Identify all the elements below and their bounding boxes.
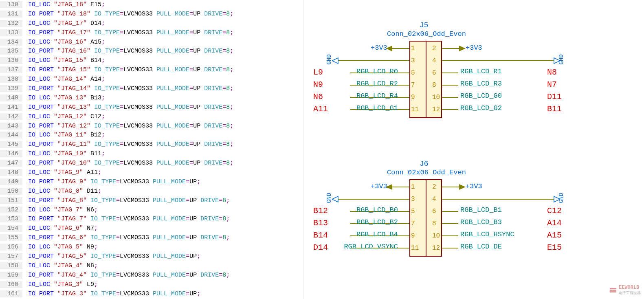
code-line: 143IO_PORT "JTAG_12" IO_TYPE=LVCMOS33 PU… bbox=[0, 121, 303, 131]
pad-label: D11 bbox=[547, 92, 562, 101]
code-line: 158IO_LOC "JTAG_4" N8; bbox=[0, 261, 303, 270]
pin-number: 9 bbox=[411, 94, 415, 101]
line-number: 137 bbox=[0, 66, 22, 73]
pad-label: A14 bbox=[547, 218, 562, 228]
code-line: 142IO_LOC "JTAG_12" C12; bbox=[0, 112, 303, 121]
pin-number: 9 bbox=[411, 232, 415, 240]
code-line: 148IO_LOC "JTAG_9" A11; bbox=[0, 168, 303, 177]
line-content: IO_PORT "JTAG_4" IO_TYPE=LVCMOS33 PULL_M… bbox=[22, 272, 230, 279]
svg-marker-3 bbox=[554, 196, 560, 202]
line-content: IO_LOC "JTAG_9" A11; bbox=[22, 169, 101, 176]
code-line: 151IO_PORT "JTAG_8" IO_TYPE=LVCMOS33 PUL… bbox=[0, 196, 303, 205]
svg-marker-0 bbox=[332, 58, 338, 64]
line-number: 155 bbox=[0, 234, 22, 241]
line-number: 150 bbox=[0, 188, 22, 195]
code-line: 131IO_PORT "JTAG_18" IO_TYPE=LVCMOS33 PU… bbox=[0, 9, 303, 19]
line-number: 161 bbox=[0, 290, 22, 297]
pin-number: 1 bbox=[411, 45, 415, 52]
net-label: RGB_LCD_B2 bbox=[356, 218, 398, 226]
pin-number: 11 bbox=[411, 106, 419, 113]
net-label: RGB_LCD_R2 bbox=[356, 80, 398, 88]
net-label: RGB_LCD_B3 bbox=[460, 218, 502, 226]
gnd-label: GND bbox=[326, 193, 332, 203]
power-label: +3V3 bbox=[371, 44, 387, 52]
line-number: 141 bbox=[0, 104, 22, 111]
code-line: 133IO_PORT "JTAG_17" IO_TYPE=LVCMOS33 PU… bbox=[0, 28, 303, 37]
line-content: IO_PORT "JTAG_12" IO_TYPE=LVCMOS33 PULL_… bbox=[22, 123, 233, 130]
line-content: IO_LOC "JTAG_11" B12; bbox=[22, 132, 105, 139]
line-number: 135 bbox=[0, 48, 22, 55]
code-line: 159IO_PORT "JTAG_4" IO_TYPE=LVCMOS33 PUL… bbox=[0, 270, 303, 280]
pin-number: 2 bbox=[432, 45, 436, 52]
line-number: 154 bbox=[0, 225, 22, 232]
code-line: 141IO_PORT "JTAG_13" IO_TYPE=LVCMOS33 PU… bbox=[0, 103, 303, 112]
line-number: 130 bbox=[0, 1, 22, 8]
line-content: IO_LOC "JTAG_17" D14; bbox=[22, 20, 105, 27]
code-line: 130IO_LOC "JTAG_18" E15; bbox=[0, 0, 303, 9]
code-line: 145IO_PORT "JTAG_11" IO_TYPE=LVCMOS33 PU… bbox=[0, 140, 303, 149]
line-content: IO_PORT "JTAG_17" IO_TYPE=LVCMOS33 PULL_… bbox=[22, 29, 233, 36]
line-number: 136 bbox=[0, 57, 22, 64]
code-line: 147IO_PORT "JTAG_10" IO_TYPE=LVCMOS33 PU… bbox=[0, 158, 303, 168]
pad-label: N7 bbox=[547, 80, 557, 89]
watermark: EEWORLD 电子工程世界 bbox=[610, 285, 641, 296]
net-label: RGB_LCD_DE bbox=[460, 243, 502, 251]
line-number: 134 bbox=[0, 39, 22, 46]
code-editor: 130IO_LOC "JTAG_18" E15;131IO_PORT "JTAG… bbox=[0, 0, 303, 299]
line-number: 131 bbox=[0, 11, 22, 18]
pad-label: N8 bbox=[547, 68, 557, 77]
pin-number: 4 bbox=[432, 57, 436, 64]
code-line: 155IO_PORT "JTAG_6" IO_TYPE=LVCMOS33 PUL… bbox=[0, 233, 303, 242]
pin-number: 1 bbox=[411, 183, 415, 191]
pin-number: 8 bbox=[432, 81, 436, 89]
svg-marker-1 bbox=[554, 58, 560, 64]
pad-label: E15 bbox=[547, 243, 562, 252]
line-number: 149 bbox=[0, 178, 22, 185]
line-number: 138 bbox=[0, 76, 22, 83]
code-line: 156IO_LOC "JTAG_5" N9; bbox=[0, 242, 303, 252]
line-number: 143 bbox=[0, 123, 22, 130]
power-label: +3V3 bbox=[466, 182, 482, 190]
pad-label: A15 bbox=[547, 231, 562, 240]
code-line: 154IO_LOC "JTAG_6" N7; bbox=[0, 224, 303, 233]
line-content: IO_PORT "JTAG_10" IO_TYPE=LVCMOS33 PULL_… bbox=[22, 160, 233, 167]
code-line: 161IO_PORT "JTAG_3" IO_TYPE=LVCMOS33 PUL… bbox=[0, 289, 303, 299]
line-content: IO_LOC "JTAG_5" N9; bbox=[22, 244, 98, 251]
net-label: RGB_LCD_R3 bbox=[460, 80, 502, 88]
line-number: 153 bbox=[0, 215, 22, 222]
net-label: RGB_LCD_VSYNC bbox=[344, 243, 398, 251]
line-content: IO_LOC "JTAG_3" L9; bbox=[22, 281, 98, 288]
pad-label: N6 bbox=[313, 92, 323, 101]
code-line: 135IO_PORT "JTAG_16" IO_TYPE=LVCMOS33 PU… bbox=[0, 46, 303, 56]
line-content: IO_PORT "JTAG_16" IO_TYPE=LVCMOS33 PULL_… bbox=[22, 48, 233, 55]
net-label: RGB_LCD_R4 bbox=[356, 92, 398, 100]
net-label: RGB_LCD_HSYNC bbox=[460, 231, 514, 238]
pin-number: 7 bbox=[411, 220, 415, 227]
code-line: 149IO_PORT "JTAG_9" IO_TYPE=LVCMOS33 PUL… bbox=[0, 177, 303, 187]
net-label: RGB_LCD_G2 bbox=[460, 104, 502, 112]
line-number: 144 bbox=[0, 132, 22, 139]
pad-label: N9 bbox=[313, 80, 323, 89]
line-number: 145 bbox=[0, 141, 22, 148]
line-number: 147 bbox=[0, 160, 22, 167]
connector-type: Conn_02x06_Odd_Even bbox=[387, 169, 466, 176]
code-line: 138IO_LOC "JTAG_14" A14; bbox=[0, 75, 303, 84]
pin-number: 2 bbox=[432, 183, 436, 191]
pin-number: 12 bbox=[432, 106, 440, 113]
schematic-view: EEWORLD 电子工程世界 J5Conn_02x06_Odd_Even12+3… bbox=[303, 0, 644, 299]
line-content: IO_LOC "JTAG_7" N6; bbox=[22, 207, 98, 213]
line-number: 158 bbox=[0, 262, 22, 269]
code-line: 150IO_LOC "JTAG_8" D11; bbox=[0, 187, 303, 196]
code-line: 132IO_LOC "JTAG_17" D14; bbox=[0, 19, 303, 28]
pin-number: 11 bbox=[411, 244, 419, 252]
code-line: 140IO_LOC "JTAG_13" B13; bbox=[0, 93, 303, 103]
svg-marker-2 bbox=[332, 196, 338, 202]
line-number: 142 bbox=[0, 113, 22, 120]
line-number: 132 bbox=[0, 20, 22, 27]
line-content: IO_LOC "JTAG_12" C12; bbox=[22, 113, 105, 120]
line-content: IO_LOC "JTAG_15" B14; bbox=[22, 57, 105, 64]
line-content: IO_PORT "JTAG_11" IO_TYPE=LVCMOS33 PULL_… bbox=[22, 141, 233, 148]
pad-label: B12 bbox=[313, 206, 328, 215]
line-number: 157 bbox=[0, 253, 22, 260]
code-line: 136IO_LOC "JTAG_15" B14; bbox=[0, 56, 303, 65]
